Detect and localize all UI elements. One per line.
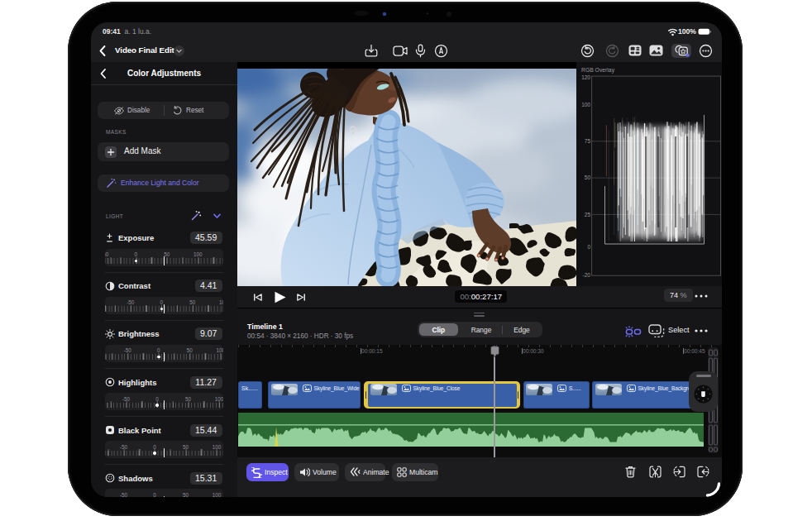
svg-text:75: 75 <box>585 138 591 144</box>
svg-text:50: 50 <box>585 174 591 180</box>
svg-text:0: 0 <box>587 244 590 250</box>
svg-text:120: 120 <box>581 74 590 80</box>
svg-text:25: 25 <box>585 212 591 217</box>
svg-text:100: 100 <box>581 102 590 108</box>
svg-text:-20: -20 <box>583 272 591 278</box>
